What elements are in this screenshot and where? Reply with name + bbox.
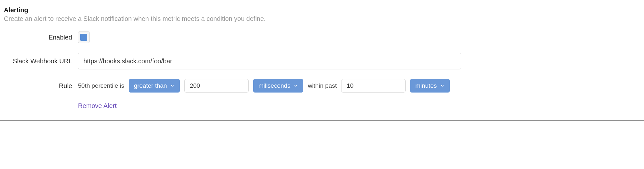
chevron-down-icon bbox=[440, 84, 445, 88]
threshold-input[interactable] bbox=[184, 79, 249, 93]
enabled-checkbox[interactable] bbox=[78, 31, 90, 43]
rule-prefix-text: 50th percentile is bbox=[78, 82, 124, 89]
chevron-down-icon bbox=[293, 84, 298, 88]
webhook-url-input[interactable] bbox=[78, 53, 461, 69]
enabled-label: Enabled bbox=[4, 34, 78, 41]
remove-row: Remove Alert bbox=[4, 102, 640, 110]
alerting-section: Alerting Create an alert to receive a Sl… bbox=[0, 0, 644, 121]
window-value-input[interactable] bbox=[341, 79, 406, 93]
window-unit-select[interactable]: minutes bbox=[410, 79, 450, 93]
threshold-unit-label: millseconds bbox=[258, 82, 290, 89]
window-unit-label: minutes bbox=[415, 82, 437, 89]
comparator-select[interactable]: greater than bbox=[129, 79, 180, 93]
check-icon bbox=[80, 34, 87, 41]
enabled-row: Enabled bbox=[4, 31, 640, 43]
threshold-unit-select[interactable]: millseconds bbox=[253, 79, 303, 93]
chevron-down-icon bbox=[170, 84, 175, 88]
window-label-text: within past bbox=[308, 82, 337, 89]
rule-row: Rule 50th percentile is greater than mil… bbox=[4, 79, 640, 93]
rule-label: Rule bbox=[4, 82, 78, 90]
section-title: Alerting bbox=[4, 6, 640, 14]
section-description: Create an alert to receive a Slack notif… bbox=[4, 15, 640, 22]
webhook-label: Slack Webhook URL bbox=[4, 58, 78, 65]
remove-alert-link[interactable]: Remove Alert bbox=[78, 102, 117, 110]
webhook-row: Slack Webhook URL bbox=[4, 53, 640, 69]
comparator-label: greater than bbox=[134, 82, 167, 89]
